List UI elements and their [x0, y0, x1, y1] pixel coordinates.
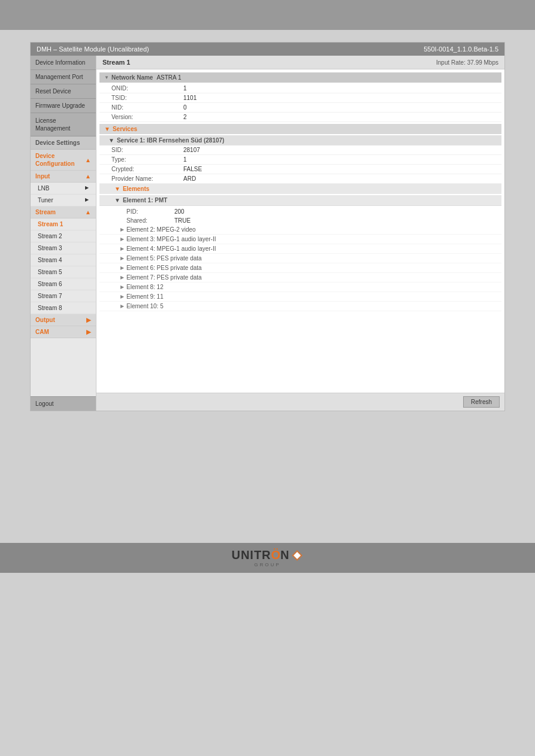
provider-row: Provider Name: ARD [99, 174, 501, 184]
element10-label: Element 10: 5 [126, 303, 164, 309]
tsid-value: 1101 [183, 95, 197, 101]
cam-section[interactable]: CAM ▶ [31, 326, 96, 338]
input-section[interactable]: Input ▲ [31, 171, 96, 183]
tuner-arrow: ▶ [85, 197, 89, 202]
content-title: Stream 1 [102, 59, 130, 66]
spacer [0, 423, 535, 543]
logout-button[interactable]: Logout [31, 396, 96, 411]
version-label: Version: [111, 114, 183, 120]
tsid-row: TSID: 1101 [99, 93, 501, 103]
onid-value: 1 [183, 85, 187, 92]
stream8-item[interactable]: Stream 8 [31, 302, 96, 314]
services-header[interactable]: ▼ Services [99, 124, 501, 134]
elements-header[interactable]: ▼ Elements [99, 184, 501, 194]
service1-header[interactable]: ▼ Service 1: IBR Fernsehen Süd (28107) [99, 135, 501, 145]
nid-row: NID: 0 [99, 103, 501, 113]
element5-row[interactable]: ▶ Element 5: PES private data [99, 254, 501, 263]
shared-row: Shared: TRUE [99, 216, 501, 225]
element1-header[interactable]: ▼ Element 1: PMT [99, 195, 501, 206]
element7-icon: ▶ [120, 275, 124, 280]
page-wrapper: DMH – Satellite Module (Uncalibrated) 55… [0, 30, 535, 423]
stream2-item[interactable]: Stream 2 [31, 230, 96, 242]
shared-value: TRUE [174, 217, 191, 224]
nid-label: NID: [111, 104, 183, 111]
element8-label: Element 8: 12 [126, 284, 164, 290]
element6-label: Element 6: PES private data [126, 265, 202, 271]
cam-arrow: ▶ [86, 329, 91, 335]
sid-value: 28107 [183, 147, 200, 153]
element7-row[interactable]: ▶ Element 7: PES private data [99, 273, 501, 283]
element10-icon: ▶ [120, 303, 124, 309]
onid-row: ONID: 1 [99, 84, 501, 93]
element1-expand-icon: ▼ [114, 197, 120, 204]
services-expand-icon: ▼ [104, 126, 110, 132]
element8-row[interactable]: ▶ Element 8: 12 [99, 283, 501, 292]
version-value: 2 [183, 114, 187, 120]
management-port-button[interactable]: Management Port [31, 70, 96, 84]
sidebar: Device Information Management Port Reset… [31, 56, 96, 411]
element7-label: Element 7: PES private data [126, 274, 202, 281]
element5-label: Element 5: PES private data [126, 255, 202, 262]
output-section[interactable]: Output ▶ [31, 314, 96, 326]
content-body[interactable]: ▼ Network Name ASTRA 1 ONID: 1 TSID: 110… [96, 69, 504, 393]
element3-label: Element 3: MPEG-1 audio layer-II [126, 236, 216, 242]
group-text: GROUP [231, 562, 303, 567]
crypted-row: Crypted: FALSE [99, 165, 501, 174]
provider-value: ARD [183, 175, 196, 182]
network-expand-icon: ▼ [104, 75, 109, 80]
element6-row[interactable]: ▶ Element 6: PES private data [99, 263, 501, 273]
firmware-upgrade-button[interactable]: Firmware Upgrade [31, 99, 96, 113]
app-title: DMH – Satellite Module (Uncalibrated) [37, 45, 149, 53]
input-rate: Input Rate: 37.99 Mbps [436, 59, 498, 66]
element9-row[interactable]: ▶ Element 9: 11 [99, 292, 501, 302]
element4-label: Element 4: MPEG-1 audio layer-II [126, 245, 216, 252]
element1-label: Element 1: PMT [123, 197, 167, 204]
element3-icon: ▶ [120, 236, 124, 242]
element10-row[interactable]: ▶ Element 10: 5 [99, 302, 501, 311]
stream3-item[interactable]: Stream 3 [31, 242, 96, 254]
title-bar: DMH – Satellite Module (Uncalibrated) 55… [31, 42, 504, 56]
device-settings-header: Device Settings [31, 136, 96, 150]
device-info-button[interactable]: Device Information [31, 56, 96, 70]
device-config-arrow: ▲ [85, 157, 91, 163]
lnb-item[interactable]: LNB ▶ [31, 183, 96, 195]
stream4-item[interactable]: Stream 4 [31, 254, 96, 266]
version-row: Version: 2 [99, 113, 501, 122]
stream1-item[interactable]: Stream 1 [31, 218, 96, 230]
content-footer: Refresh [96, 393, 504, 411]
element2-label: Element 2: MPEG-2 video [126, 226, 196, 233]
tsid-label: TSID: [111, 95, 183, 101]
logo-icon [291, 549, 304, 562]
stream5-item[interactable]: Stream 5 [31, 266, 96, 278]
crypted-label: Crypted: [111, 166, 183, 172]
tuner-item[interactable]: Tuner ▶ [31, 195, 96, 207]
logo-text-2: N [280, 548, 289, 562]
network-name-value: ASTRA 1 [156, 74, 181, 81]
content-header: Stream 1 Input Rate: 37.99 Mbps [96, 56, 504, 69]
network-label: Network Name [111, 74, 153, 81]
element4-row[interactable]: ▶ Element 4: MPEG-1 audio layer-II [99, 244, 501, 254]
stream7-item[interactable]: Stream 7 [31, 290, 96, 302]
pid-row: PID: 200 [99, 207, 501, 216]
lnb-arrow: ▶ [85, 185, 89, 190]
element6-icon: ▶ [120, 265, 124, 271]
element9-icon: ▶ [120, 294, 124, 299]
device-configuration-section[interactable]: Device Configuration ▲ [31, 150, 96, 171]
element9-label: Element 9: 11 [126, 293, 164, 300]
license-management-button[interactable]: License Management [31, 113, 96, 136]
sid-label: SID: [111, 147, 183, 153]
logo-text-1: UNITR [231, 548, 271, 562]
stream-section[interactable]: Stream ▲ [31, 207, 96, 218]
elements-expand-icon: ▼ [114, 186, 120, 192]
element3-row[interactable]: ▶ Element 3: MPEG-1 audio layer-II [99, 235, 501, 244]
stream6-item[interactable]: Stream 6 [31, 278, 96, 290]
element2-row[interactable]: ▶ Element 2: MPEG-2 video [99, 225, 501, 235]
refresh-button[interactable]: Refresh [463, 396, 500, 408]
reset-device-button[interactable]: Reset Device [31, 84, 96, 99]
crypted-value: FALSE [183, 166, 202, 172]
element8-icon: ▶ [120, 284, 124, 290]
network-name-header[interactable]: ▼ Network Name ASTRA 1 [99, 72, 501, 83]
main-content: Stream 1 Input Rate: 37.99 Mbps ▼ Networ… [96, 56, 504, 411]
pid-label: PID: [126, 208, 174, 215]
main-container: DMH – Satellite Module (Uncalibrated) 55… [30, 42, 505, 411]
